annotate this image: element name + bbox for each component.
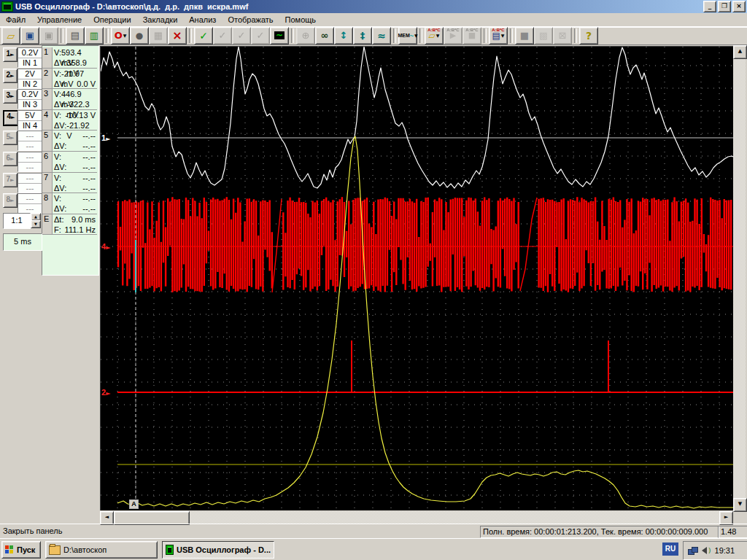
timebase-field[interactable]: 5 ms <box>3 233 42 251</box>
open-file-button[interactable]: ▱ <box>1 27 20 44</box>
channel-4-button[interactable]: 4► <box>3 110 19 126</box>
print-button[interactable]: ▤ <box>66 27 85 44</box>
dropdown-arrow-icon[interactable]: ▼ <box>123 33 127 38</box>
dropdown-arrow-icon[interactable]: ▼ <box>436 33 440 38</box>
dropdown-arrow-icon[interactable]: ▼ <box>501 33 505 38</box>
status-bar: Закрыть панель Полн. время: 00:00:01:213… <box>0 524 747 539</box>
channel-1-button[interactable]: 1► <box>3 47 18 62</box>
menu-item-4[interactable]: Закладки <box>137 14 184 26</box>
globe-button[interactable]: ⊕ <box>296 27 315 44</box>
clock: 19:31 <box>715 546 735 555</box>
zoom-ratio-field[interactable]: 1:1 <box>3 213 31 229</box>
toolbar-separator <box>61 28 63 43</box>
toolbar-separator <box>510 28 513 43</box>
region-select-button[interactable]: ■ <box>515 27 534 44</box>
script-run-button[interactable]: ▶A:B*C <box>444 27 462 44</box>
cursors-button[interactable]: ‡ <box>353 27 372 44</box>
channel-3-button[interactable]: 3► <box>3 89 18 104</box>
menu-item-5[interactable]: Анализ <box>183 14 222 26</box>
abc-play-icon: ▶ <box>450 31 456 40</box>
channel-8-button[interactable]: 8► <box>3 193 18 208</box>
channel-1-marker[interactable]: 1► <box>101 133 110 144</box>
speaker-icon[interactable] <box>702 547 707 554</box>
scroll-down-button[interactable]: ▼ <box>733 498 747 512</box>
scroll-up-button[interactable]: ▲ <box>733 45 747 59</box>
region-pattern-button[interactable]: ▩ <box>534 27 553 44</box>
v-value: -10.13 V <box>65 110 96 120</box>
prev-check-button[interactable]: ✓ <box>232 27 251 44</box>
close-button[interactable]: × <box>732 1 746 12</box>
v-label: V: <box>54 89 61 99</box>
display-settings-button[interactable]: ~ <box>270 27 289 44</box>
language-indicator[interactable]: RU <box>662 542 678 556</box>
channel-input-name: IN 3 <box>18 100 42 109</box>
script-open-button[interactable]: ▱A:B*C▼ <box>425 27 444 44</box>
taskbar: Пуск RU ) 19:31 D:\автоскопUSB Осциллогр… <box>0 538 747 560</box>
help-button[interactable]: ? <box>579 27 598 44</box>
vertical-scrollbar[interactable]: ▲ ▼ <box>733 45 746 510</box>
channel-7-button[interactable]: 7► <box>3 173 18 187</box>
channel-8-range-box[interactable]: ------ <box>18 193 42 214</box>
task-button-2[interactable]: USB Осциллограф - D... <box>162 541 274 559</box>
channel-2-button[interactable]: 2► <box>3 69 18 83</box>
dt-value: 9.0 ms <box>71 214 96 225</box>
measurement-row-1: 1V:593.4 mVΔV:358.9 mV <box>42 47 97 69</box>
fit-vertical-button[interactable]: ↕ <box>334 27 353 44</box>
stop-start-button[interactable]: O▼ <box>111 27 130 44</box>
save-file-button[interactable]: ▣ <box>20 27 39 44</box>
smoothing-button[interactable]: ≈ <box>372 27 391 44</box>
print-preview-button[interactable]: ▥ <box>85 27 104 44</box>
channel-5-button[interactable]: 5► <box>3 131 18 145</box>
zoom-down-button[interactable]: ▼ <box>31 220 41 228</box>
measurement-row-e: EΔt:9.0 msF:111.1 Hz <box>42 214 97 236</box>
search-button[interactable]: ∞ <box>315 27 334 44</box>
snapshot-button[interactable]: ▦ <box>149 27 168 44</box>
channel-4-range-box[interactable]: 5VIN 4 <box>18 110 42 131</box>
channel-range: 0.2V <box>18 90 42 100</box>
menu-item-1[interactable]: Файл <box>0 14 31 26</box>
dropdown-arrow-icon[interactable]: ▼ <box>414 33 418 38</box>
script-panel-button[interactable]: ▤A:B*C▼ <box>489 27 508 44</box>
dv-label: ΔV: <box>54 79 66 89</box>
channel-3-range-box[interactable]: 0.2VIN 3 <box>18 89 42 109</box>
region-clear-button[interactable]: ⊠ <box>553 27 572 44</box>
step-check-button[interactable]: ✓ <box>213 27 232 44</box>
channel-input-name: --- <box>18 141 42 151</box>
minimize-button[interactable]: _ <box>703 1 716 12</box>
menu-item-7[interactable]: Помощь <box>279 14 322 26</box>
restore-button[interactable]: ❐ <box>718 1 731 12</box>
task-button-1[interactable]: D:\автоскоп <box>45 541 158 559</box>
menu-item-6[interactable]: Отображать <box>222 14 279 26</box>
memory-button[interactable]: MEM~▼ <box>398 27 417 44</box>
zoom-spinner: ▲ ▼ <box>31 213 41 228</box>
record-button[interactable]: ● <box>130 27 149 44</box>
channel-7-range-box[interactable]: ------ <box>18 173 42 193</box>
channel-2-range-box[interactable]: 2VIN 2 <box>18 69 42 89</box>
delete-button[interactable]: × <box>168 27 187 44</box>
channel-6-range-box[interactable]: ------ <box>18 152 42 172</box>
next-check-button[interactable]: ✓ <box>251 27 270 44</box>
channel-6-button[interactable]: 6► <box>3 152 18 166</box>
horizontal-scrollbar[interactable]: ◄ ► <box>100 511 733 524</box>
save-copy-button[interactable]: ▣ <box>39 27 58 44</box>
channel-2-marker[interactable]: 2► <box>101 388 110 398</box>
system-tray: ) 19:31 <box>683 541 747 560</box>
title-bar: USB Осциллограф - D:\автоскоп\д.д. д.р. … <box>0 0 747 13</box>
close-panel-label[interactable]: Закрыть панель <box>3 526 62 535</box>
snapshot-icon: ▦ <box>154 30 163 41</box>
oscilloscope-display[interactable]: 1►4►2►A <box>100 46 733 510</box>
bookmark-a-marker[interactable]: A <box>129 499 139 509</box>
channel-4-marker[interactable]: 4► <box>101 242 110 252</box>
menu-item-3[interactable]: Операции <box>88 14 136 26</box>
dt-label: Δt: <box>54 214 63 225</box>
menu-item-2[interactable]: Управление <box>31 14 88 26</box>
start-button[interactable]: Пуск <box>1 541 41 559</box>
channel-controls: 1►0.2VIN 12►2VIN 23►0.2VIN 34►5VIN 45►--… <box>0 45 41 524</box>
workspace: 1►0.2VIN 12►2VIN 23►0.2VIN 34►5VIN 45►--… <box>0 45 747 524</box>
run-check-button[interactable]: ✓ <box>194 27 213 44</box>
channel-1-range-box[interactable]: 0.2VIN 1 <box>18 47 42 68</box>
channel-5-range-box[interactable]: ------ <box>18 131 42 151</box>
network-icon[interactable] <box>688 547 697 554</box>
window-title: USB Осциллограф - D:\автоскоп\д.д. д.р. … <box>15 2 703 11</box>
script-stop-button[interactable]: ■A:B*C <box>462 27 481 44</box>
